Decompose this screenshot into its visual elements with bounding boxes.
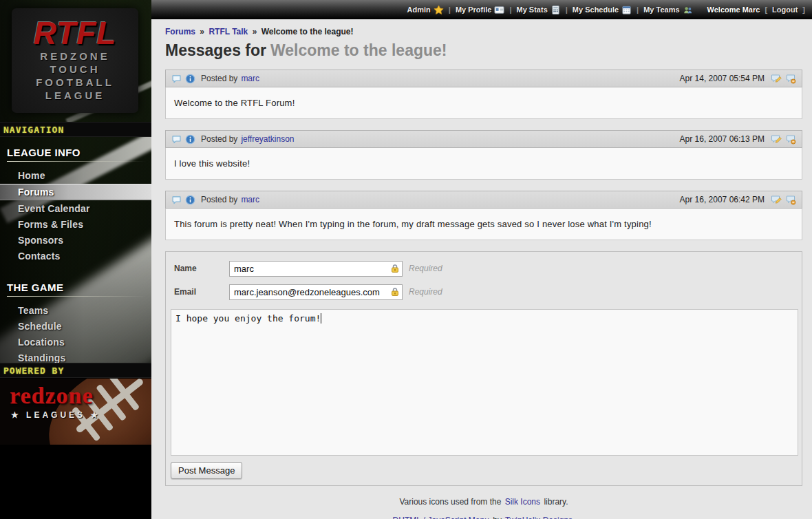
powered-by-ribbon: POWERED BY — [0, 363, 151, 378]
name-input-wrap — [229, 261, 403, 277]
breadcrumb-link-rtfl-talk[interactable]: RTFL Talk — [209, 27, 248, 36]
author-link[interactable]: marc — [241, 195, 259, 204]
welcome-user-label: Welcome Marc — [707, 6, 760, 14]
sidebar-item-sponsors[interactable]: Sponsors — [0, 233, 151, 248]
sidebar-item-teams[interactable]: Teams — [0, 303, 151, 318]
separator: | — [566, 6, 568, 14]
message-header: Posted by marc Apr 14, 2007 05:54 PM — [165, 70, 802, 87]
message-body: Welcome to the RTFL Forum! — [165, 87, 802, 119]
main-content: Forums » RTFL Talk » Welcome to the leag… — [151, 19, 812, 519]
author-link[interactable]: jeffreyatkinson — [241, 134, 294, 144]
page-title-topic: Welcome to the league! — [270, 41, 447, 59]
breadcrumb-link-forums[interactable]: Forums — [165, 27, 195, 36]
rtfl-logo-line: FOOTBALL — [12, 76, 138, 89]
author-link[interactable]: marc — [241, 74, 259, 83]
group-icon — [683, 5, 693, 15]
page-title-prefix: Messages for — [165, 41, 266, 59]
page-title: Messages forWelcome to the league! — [165, 41, 802, 60]
sidebar-item-contacts[interactable]: Contacts — [0, 248, 151, 264]
bracket: ] — [802, 6, 805, 14]
dhtml-menu-link[interactable]: DHTML / JavaScript Menu — [393, 516, 489, 519]
sidebar-item-schedule[interactable]: Schedule — [0, 319, 151, 334]
email-label: Email — [174, 287, 229, 297]
comment-icon — [171, 74, 182, 84]
required-hint: Required — [409, 287, 442, 297]
delete-comment-icon[interactable] — [785, 73, 796, 84]
posted-by-label: Posted by — [201, 134, 237, 144]
topbar-item-admin[interactable]: Admin — [407, 5, 444, 15]
message-textarea-wrap: I hope you enjoy the forum! — [171, 309, 797, 456]
lock-icon — [389, 286, 400, 297]
info-icon — [185, 134, 195, 145]
separator: | — [449, 6, 451, 14]
sidebar-item-forms-files[interactable]: Forms & Files — [0, 217, 151, 232]
footer-text: by — [493, 516, 502, 519]
posted-by-label: Posted by — [201, 195, 237, 204]
breadcrumb-separator: » — [253, 27, 257, 36]
name-field-row: Name Required — [174, 260, 793, 277]
footer-text: Various icons used from the — [399, 497, 501, 507]
delete-comment-icon[interactable] — [785, 194, 796, 205]
email-field-row: Email Required — [174, 284, 793, 300]
star-icon — [434, 5, 444, 15]
forum-message: Posted by marc Apr 16, 2007 06:42 PM Thi… — [165, 191, 802, 240]
calendar-icon — [621, 5, 632, 15]
section-title-the-game: THE GAME — [7, 282, 146, 297]
sidebar-item-locations[interactable]: Locations — [0, 335, 151, 350]
edit-comment-icon[interactable] — [771, 134, 782, 145]
topbar-item-my-stats[interactable]: My Stats — [517, 5, 561, 15]
rtfl-logo-line: REDZONE — [12, 50, 138, 63]
message-header: Posted by marc Apr 16, 2007 06:42 PM — [165, 191, 802, 209]
info-icon — [185, 195, 195, 205]
topbar: Admin | My Profile | My Stats | My Sched… — [151, 0, 812, 19]
footer-text: . — [573, 516, 575, 519]
message-textarea[interactable]: I hope you enjoy the forum! — [171, 309, 798, 456]
redzone-leagues-logo[interactable]: redzone ★ LEAGUES ★ — [0, 379, 151, 445]
separator: | — [637, 6, 639, 14]
delete-comment-icon[interactable] — [785, 134, 796, 145]
calculator-icon — [551, 5, 561, 15]
forum-message: Posted by jeffreyatkinson Apr 16, 2007 0… — [165, 130, 802, 180]
sidebar-item-home[interactable]: Home — [0, 168, 151, 183]
footer-line-icons: Various icons used from the Silk Icons l… — [165, 497, 802, 507]
redzone-logo-subtitle: ★ LEAGUES ★ — [11, 410, 100, 420]
rtfl-logo-line: LEAGUE — [12, 89, 138, 102]
section-title-league-info: LEAGUE INFO — [7, 147, 146, 162]
sidebar-nav: LEAGUE INFO Home Forums Event Calendar F… — [0, 138, 151, 382]
sidebar-item-event-calendar[interactable]: Event Calendar — [0, 201, 151, 216]
navigation-ribbon: NAVIGATION — [0, 122, 151, 137]
name-label: Name — [174, 264, 229, 273]
post-message-button[interactable]: Post Message — [171, 462, 242, 479]
rtfl-logo-line: TOUCH — [12, 63, 138, 76]
posted-by-label: Posted by — [201, 74, 237, 83]
separator: | — [509, 6, 511, 14]
topbar-item-label: My Stats — [517, 6, 548, 14]
name-input[interactable] — [229, 261, 403, 277]
text-cursor — [321, 313, 321, 324]
topbar-item-my-teams[interactable]: My Teams — [643, 5, 692, 15]
info-icon — [185, 74, 195, 84]
topbar-item-my-profile[interactable]: My Profile — [456, 5, 505, 15]
message-date: Apr 14, 2007 05:54 PM — [680, 74, 765, 83]
silk-icons-link[interactable]: Silk Icons — [505, 497, 540, 507]
sidebar: RTFL REDZONE TOUCH FOOTBALL LEAGUE NAVIG… — [0, 0, 151, 519]
edit-comment-icon[interactable] — [771, 194, 782, 205]
message-date: Apr 16, 2007 06:42 PM — [680, 195, 765, 204]
logout-link[interactable]: Logout — [772, 6, 798, 14]
forum-message: Posted by marc Apr 14, 2007 05:54 PM Wel… — [165, 70, 802, 119]
topbar-item-my-schedule[interactable]: My Schedule — [573, 5, 632, 15]
edit-comment-icon[interactable] — [771, 73, 782, 84]
email-input[interactable] — [229, 284, 403, 300]
footer-text: library. — [544, 497, 568, 507]
topbar-item-label: My Schedule — [573, 6, 619, 14]
footer-line-menu: DHTML / JavaScript Menu by TwinHelix Des… — [165, 516, 802, 519]
rtfl-logo: RTFL REDZONE TOUCH FOOTBALL LEAGUE — [12, 8, 138, 113]
twinhelix-link[interactable]: TwinHelix Designs — [505, 516, 573, 519]
footer: Various icons used from the Silk Icons l… — [165, 497, 802, 519]
vcard-icon — [494, 5, 504, 15]
breadcrumb-current: Welcome to the league! — [261, 27, 354, 36]
email-input-wrap — [229, 284, 403, 300]
breadcrumb-separator: » — [200, 27, 204, 36]
breadcrumb: Forums » RTFL Talk » Welcome to the leag… — [165, 27, 802, 36]
sidebar-item-forums[interactable]: Forums — [0, 184, 151, 200]
